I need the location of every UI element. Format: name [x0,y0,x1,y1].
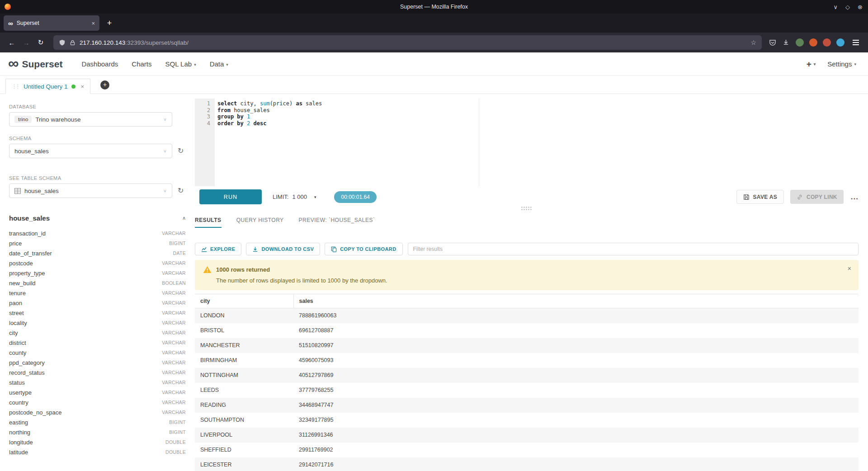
refresh-schema-icon[interactable]: ↻ [178,147,184,155]
column-row[interactable]: ppd_categoryVARCHAR [9,358,186,367]
column-name: district [9,339,26,346]
chevron-down-icon: ▾ [314,195,316,199]
forward-button[interactable]: → [19,35,33,50]
extension-icon-1[interactable] [796,38,804,47]
column-type: VARCHAR [162,360,186,365]
column-row[interactable]: localityVARCHAR [9,318,186,328]
settings-menu[interactable]: Settings ▾ [827,60,856,68]
screen: Superset — Mozilla Firefox ∨ ◇ ⊗ ∞ Super… [0,0,868,471]
copy-to-clipboard-button[interactable]: COPY TO CLIPBOARD [325,243,402,255]
explore-button[interactable]: EXPLORE [195,243,241,255]
column-row[interactable]: eastingBIGINT [9,417,186,427]
window-maximize-icon[interactable]: ◇ [845,4,850,10]
column-row[interactable]: date_of_transferDATE [9,248,186,258]
column-type: VARCHAR [162,330,186,335]
extension-icon-3[interactable] [823,38,831,47]
window-minimize-icon[interactable]: ∨ [834,4,838,10]
table-row: BRISTOL69612708887 [195,323,859,338]
table-cell: 37779768255 [293,383,859,398]
add-query-tab-button[interactable]: + [100,80,109,89]
database-label: DATABASE [9,104,186,109]
column-row[interactable]: streetVARCHAR [9,308,186,318]
column-row[interactable]: paonVARCHAR [9,298,186,308]
column-type: BIGINT [169,240,186,246]
results-column-header[interactable]: sales [293,294,859,308]
limit-dropdown[interactable]: LIMIT: 1 000 ▾ [273,193,316,200]
column-name: status [9,379,25,386]
column-row[interactable]: districtVARCHAR [9,338,186,348]
column-type: VARCHAR [162,310,186,316]
column-type: VARCHAR [162,231,186,236]
new-tab-button[interactable]: + [103,17,116,29]
filter-results-input[interactable] [408,243,859,255]
nav-item-data[interactable]: Data▾ [210,60,228,68]
menu-icon[interactable] [851,38,861,47]
results-tab-query-history[interactable]: QUERY HISTORY [236,217,284,228]
back-button[interactable]: ← [5,35,19,50]
query-tab-close-icon[interactable]: × [81,83,85,90]
schema-value: house_sales [14,148,49,155]
results-tab-results[interactable]: RESULTS [195,217,222,228]
table-schema-header[interactable]: house_sales ∧ [9,214,186,222]
extension-icon-4[interactable] [836,38,844,47]
column-type: VARCHAR [162,340,186,345]
run-button[interactable]: RUN [199,189,262,204]
downloads-icon[interactable] [783,39,789,46]
nav-item-charts[interactable]: Charts [132,60,151,68]
download-csv-button[interactable]: DOWNLOAD TO CSV [246,243,320,255]
tracking-shield-icon[interactable] [59,39,66,46]
results-table-container[interactable]: citysales LONDON788861960063BRISTOL69612… [195,294,859,471]
column-row[interactable]: priceBIGINT [9,238,186,248]
schema-select[interactable]: house_sales ∨ [9,144,172,158]
column-row[interactable]: record_statusVARCHAR [9,367,186,377]
column-type: VARCHAR [162,410,186,415]
column-row[interactable]: countyVARCHAR [9,348,186,358]
warning-icon [203,266,212,273]
table-select[interactable]: house_sales ∨ [9,184,172,198]
save-as-button[interactable]: SAVE AS [736,190,784,204]
column-row[interactable]: latitudeDOUBLE [9,447,186,457]
tab-close-icon[interactable]: × [91,20,95,27]
column-row[interactable]: transaction_idVARCHAR [9,228,186,238]
table-cell: LEEDS [195,383,293,398]
results-column-header[interactable]: city [195,294,293,308]
nav-item-sql-lab[interactable]: SQL Lab▾ [165,60,196,68]
results-tab-preview[interactable]: PREVIEW: `HOUSE_SALES` [299,217,375,228]
column-row[interactable]: countryVARCHAR [9,397,186,407]
lock-icon[interactable] [70,40,75,46]
superset-brand[interactable]: ∞ Superset [8,59,62,70]
sql-editor[interactable]: 1234 select city, sum(price) as salesfro… [195,99,859,186]
copy-link-button[interactable]: COPY LINK [790,190,844,204]
drag-grip-icon[interactable]: ⋮⋮ [12,84,19,89]
column-row[interactable]: usertypeVARCHAR [9,387,186,397]
editor-code[interactable]: select city, sum(price) as salesfrom hou… [215,99,859,186]
column-row[interactable]: tenureVARCHAR [9,288,186,298]
column-row[interactable]: postcode_no_spaceVARCHAR [9,407,186,417]
bookmark-star-icon[interactable]: ☆ [750,39,756,46]
nav-item-dashboards[interactable]: Dashboards [81,60,118,68]
table-cell: READING [195,398,293,413]
column-row[interactable]: new_buildBOOLEAN [9,278,186,288]
column-row[interactable]: northingBIGINT [9,427,186,437]
column-row[interactable]: cityVARCHAR [9,328,186,338]
database-select[interactable]: trino Trino warehouse ∨ [9,112,172,127]
table-cell: LEICESTER [195,457,293,471]
chevron-up-icon[interactable]: ∧ [182,215,186,221]
new-item-menu[interactable]: + ▾ [807,59,816,69]
extension-icon-2[interactable] [809,38,817,47]
column-name: northing [9,429,30,436]
column-row[interactable]: statusVARCHAR [9,377,186,387]
column-row[interactable]: postcodeVARCHAR [9,258,186,268]
window-close-icon[interactable]: ⊗ [858,4,863,10]
pane-resize-handle[interactable] [195,204,859,212]
url-bar[interactable]: 217.160.120.143:32393/superset/sqllab/ ☆ [53,35,762,50]
column-row[interactable]: longitudeDOUBLE [9,437,186,447]
query-tab-active[interactable]: ⋮⋮ Untitled Query 1 × [5,79,90,94]
alert-close-icon[interactable]: × [848,265,851,272]
more-options-button[interactable]: ... [851,193,859,202]
browser-tab[interactable]: ∞ Superset × [4,15,99,31]
pocket-icon[interactable] [769,39,776,46]
refresh-table-icon[interactable]: ↻ [178,187,184,194]
column-row[interactable]: property_typeVARCHAR [9,268,186,278]
reload-button[interactable]: ↻ [33,35,48,50]
